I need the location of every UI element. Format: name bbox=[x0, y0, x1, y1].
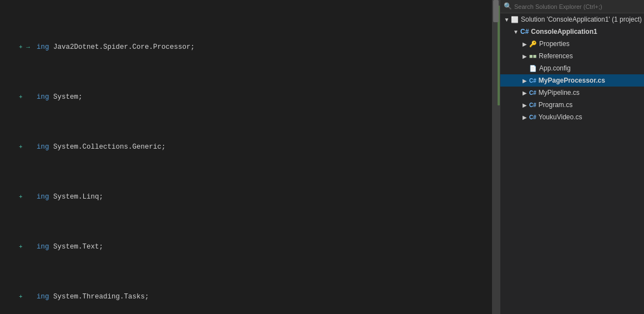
appconfig-icon: 📄 bbox=[529, 65, 537, 72]
line-text: ing Java2Dotnet.Spider.Core.Processor; bbox=[37, 42, 195, 52]
line-numbers bbox=[0, 0, 17, 314]
tree-item-properties[interactable]: ▶ 🔑 Properties bbox=[500, 38, 644, 50]
mypipeline-expand-arrow: ▶ bbox=[520, 90, 529, 96]
references-label: References bbox=[539, 52, 572, 60]
line-text: ing System.Threading.Tasks; bbox=[37, 292, 149, 302]
line-marker: + → bbox=[19, 42, 37, 52]
line-marker: + bbox=[19, 92, 37, 102]
references-expand-arrow: ▶ bbox=[520, 53, 529, 59]
youkuvideo-expand-arrow: ▶ bbox=[520, 114, 529, 120]
code-line-2: + ing System; bbox=[17, 92, 492, 102]
mypageprocessor-expand-arrow: ▶ bbox=[520, 78, 529, 84]
mypageprocessor-label: MyPageProcessor.cs bbox=[539, 77, 605, 84]
solution-search-input[interactable] bbox=[514, 3, 641, 10]
code-line-4: + ing System.Linq; bbox=[17, 192, 492, 202]
properties-expand-arrow: ▶ bbox=[520, 41, 529, 47]
solution-search-bar: 🔍 bbox=[500, 0, 644, 13]
search-icon: 🔍 bbox=[504, 2, 512, 11]
mypageprocessor-icon: C# bbox=[529, 78, 536, 84]
solution-expand-arrow: ▼ bbox=[503, 17, 511, 23]
tree-item-mypageprocessor[interactable]: ▶ C# MyPageProcessor.cs bbox=[500, 74, 644, 87]
code-line-1: + → ing Java2Dotnet.Spider.Core.Processo… bbox=[17, 42, 492, 52]
tree-item-youkuvideo[interactable]: ▶ C# YoukuVideo.cs bbox=[500, 111, 644, 123]
references-icon: ■■ bbox=[529, 53, 536, 59]
mypipeline-label: MyPipeline.cs bbox=[539, 89, 580, 97]
line-marker: + bbox=[19, 192, 37, 202]
tree-item-program[interactable]: ▶ C# Program.cs bbox=[500, 99, 644, 111]
project-expand-arrow: ▼ bbox=[511, 29, 520, 35]
project-label: ConsoleApplication1 bbox=[531, 28, 597, 36]
code-line-6: + ing System.Threading.Tasks; bbox=[17, 292, 492, 302]
code-line-3: + ing System.Collections.Generic; bbox=[17, 142, 492, 152]
line-marker: + bbox=[19, 242, 37, 252]
program-icon: C# bbox=[529, 102, 536, 108]
line-text: ing System; bbox=[37, 92, 83, 102]
program-label: Program.cs bbox=[539, 101, 572, 109]
solution-label: Solution 'ConsoleApplication1' (1 projec… bbox=[521, 16, 642, 23]
line-text: ing System.Linq; bbox=[37, 192, 103, 202]
properties-label: Properties bbox=[539, 40, 570, 48]
line-marker: + bbox=[19, 292, 37, 302]
youkuvideo-label: YoukuVideo.cs bbox=[539, 113, 582, 121]
tree-item-mypipeline[interactable]: ▶ C# MyPipeline.cs bbox=[500, 87, 644, 99]
code-line-5: + ing System.Text; bbox=[17, 242, 492, 252]
line-text: ing System.Collections.Generic; bbox=[37, 142, 166, 152]
appconfig-label: App.config bbox=[539, 64, 571, 72]
solution-icon: ⬜ bbox=[511, 16, 519, 23]
youkuvideo-icon: C# bbox=[529, 114, 536, 120]
solution-root-item[interactable]: ▼ ⬜ Solution 'ConsoleApplication1' (1 pr… bbox=[500, 13, 644, 26]
program-expand-arrow: ▶ bbox=[520, 102, 529, 108]
line-text: ing System.Text; bbox=[37, 242, 103, 252]
tree-item-references[interactable]: ▶ ■■ References bbox=[500, 50, 644, 62]
code-content[interactable]: + → ing Java2Dotnet.Spider.Core.Processo… bbox=[17, 0, 492, 314]
solution-tree[interactable]: ▼ ⬜ Solution 'ConsoleApplication1' (1 pr… bbox=[500, 13, 644, 314]
properties-icon: 🔑 bbox=[529, 40, 537, 48]
solution-explorer-panel: 🔍 ▼ ⬜ Solution 'ConsoleApplication1' (1 … bbox=[500, 0, 644, 314]
line-marker: + bbox=[19, 142, 37, 152]
scroll-thumb[interactable] bbox=[493, 0, 499, 22]
project-icon: C# bbox=[520, 28, 529, 36]
vertical-scrollbar[interactable] bbox=[492, 0, 500, 314]
project-item[interactable]: ▼ C# ConsoleApplication1 bbox=[500, 26, 644, 38]
mypipeline-icon: C# bbox=[529, 90, 536, 96]
tree-item-appconfig[interactable]: 📄 App.config bbox=[500, 62, 644, 74]
